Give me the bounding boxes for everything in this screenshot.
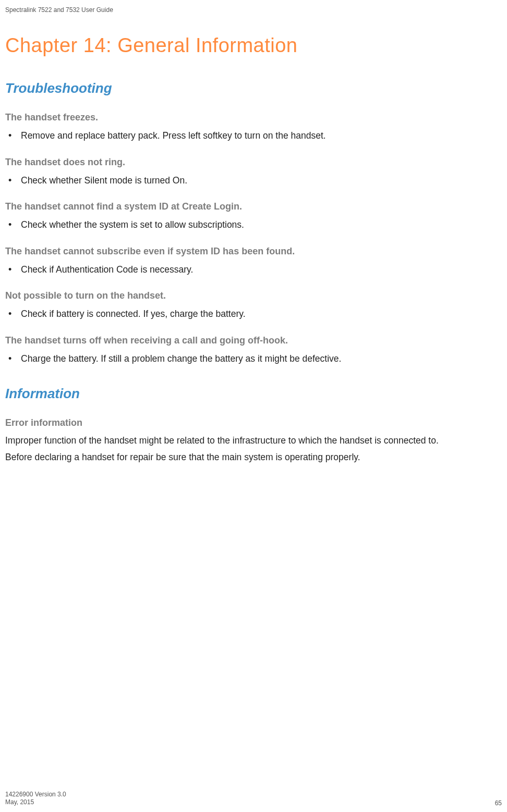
document-header: Spectralink 7522 and 7532 User Guide	[5, 6, 502, 14]
ts-bullet-0: Remove and replace battery pack. Press l…	[5, 129, 502, 142]
footer-date: May, 2015	[5, 798, 66, 807]
ts-list-3: Check if Authentication Code is necessar…	[5, 263, 502, 276]
ts-bullet-4: Check if battery is connected. If yes, c…	[5, 307, 502, 321]
ts-list-4: Check if battery is connected. If yes, c…	[5, 307, 502, 321]
chapter-title: Chapter 14: General Information	[5, 34, 502, 57]
ts-heading-3: The handset cannot subscribe even if sys…	[5, 246, 502, 257]
ts-bullet-2: Check whether the system is set to allow…	[5, 218, 502, 231]
info-error-heading: Error information	[5, 417, 502, 428]
ts-heading-5: The handset turns off when receiving a c…	[5, 335, 502, 346]
section-title-information: Information	[5, 386, 502, 402]
ts-list-1: Check whether Silent mode is turned On.	[5, 174, 502, 187]
info-para-1: Improper function of the handset might b…	[5, 435, 502, 447]
ts-heading-0: The handset freezes.	[5, 112, 502, 123]
ts-list-0: Remove and replace battery pack. Press l…	[5, 129, 502, 142]
ts-heading-4: Not possible to turn on the handset.	[5, 290, 502, 301]
page-footer: 14226900 Version 3.0 May, 2015 65	[5, 791, 502, 807]
footer-version: 14226900 Version 3.0	[5, 791, 66, 799]
footer-left: 14226900 Version 3.0 May, 2015	[5, 791, 66, 807]
section-title-troubleshooting: Troubleshooting	[5, 80, 502, 96]
ts-list-5: Charge the battery. If still a problem c…	[5, 352, 502, 365]
ts-heading-1: The handset does not ring.	[5, 157, 502, 168]
ts-heading-2: The handset cannot find a system ID at C…	[5, 201, 502, 212]
info-para-2: Before declaring a handset for repair be…	[5, 451, 502, 464]
ts-bullet-1: Check whether Silent mode is turned On.	[5, 174, 502, 187]
footer-page-number: 65	[495, 799, 502, 807]
ts-bullet-5: Charge the battery. If still a problem c…	[5, 352, 502, 365]
ts-list-2: Check whether the system is set to allow…	[5, 218, 502, 231]
ts-bullet-3: Check if Authentication Code is necessar…	[5, 263, 502, 276]
